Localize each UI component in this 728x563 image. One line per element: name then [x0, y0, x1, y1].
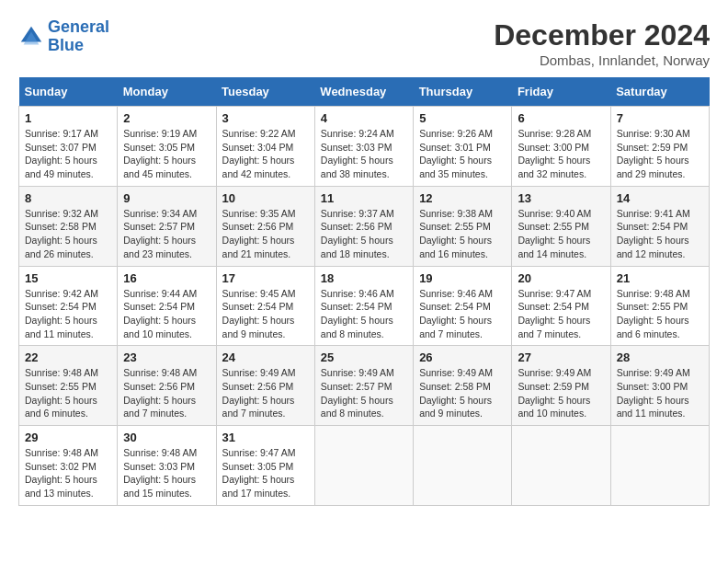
main-title: December 2024 — [494, 18, 710, 52]
day-header-sunday: Sunday — [19, 77, 118, 107]
calendar-cell — [314, 426, 413, 506]
day-number: 22 — [25, 350, 111, 364]
day-number: 15 — [25, 271, 111, 285]
day-info: Sunrise: 9:37 AMSunset: 2:56 PMDaylight:… — [321, 207, 407, 261]
calendar-cell — [414, 426, 512, 506]
calendar-cell — [610, 426, 709, 506]
day-info: Sunrise: 9:22 AMSunset: 3:04 PMDaylight:… — [222, 127, 309, 181]
day-header-tuesday: Tuesday — [216, 77, 314, 107]
calendar-cell: 13 Sunrise: 9:40 AMSunset: 2:55 PMDaylig… — [512, 186, 610, 266]
calendar-cell: 4 Sunrise: 9:24 AMSunset: 3:03 PMDayligh… — [314, 107, 413, 187]
day-info: Sunrise: 9:41 AMSunset: 2:54 PMDaylight:… — [617, 207, 703, 261]
header: General Blue December 2024 Dombas, Innla… — [18, 18, 710, 68]
logo-icon — [18, 24, 44, 50]
calendar-cell: 8 Sunrise: 9:32 AMSunset: 2:58 PMDayligh… — [19, 186, 118, 266]
logo: General Blue — [18, 18, 109, 55]
calendar-cell: 14 Sunrise: 9:41 AMSunset: 2:54 PMDaylig… — [610, 186, 709, 266]
day-info: Sunrise: 9:48 AMSunset: 3:02 PMDaylight:… — [25, 446, 111, 500]
day-number: 10 — [222, 191, 309, 205]
day-header-monday: Monday — [118, 77, 216, 107]
day-number: 7 — [617, 111, 703, 125]
day-number: 30 — [123, 431, 210, 444]
day-info: Sunrise: 9:42 AMSunset: 2:54 PMDaylight:… — [25, 287, 111, 341]
day-number: 6 — [518, 111, 604, 125]
calendar-cell: 17 Sunrise: 9:45 AMSunset: 2:54 PMDaylig… — [216, 266, 314, 346]
day-info: Sunrise: 9:32 AMSunset: 2:58 PMDaylight:… — [25, 207, 111, 261]
calendar-cell: 5 Sunrise: 9:26 AMSunset: 3:01 PMDayligh… — [414, 107, 512, 187]
calendar-cell — [512, 426, 610, 506]
day-number: 27 — [518, 350, 604, 364]
day-info: Sunrise: 9:48 AMSunset: 2:55 PMDaylight:… — [25, 366, 111, 420]
calendar-cell: 10 Sunrise: 9:35 AMSunset: 2:56 PMDaylig… — [216, 186, 314, 266]
day-number: 21 — [617, 271, 703, 285]
day-number: 19 — [419, 271, 506, 285]
day-number: 29 — [25, 431, 111, 444]
day-header-wednesday: Wednesday — [314, 77, 413, 107]
title-section: December 2024 Dombas, Innlandet, Norway — [494, 18, 710, 68]
calendar-week-row: 22 Sunrise: 9:48 AMSunset: 2:55 PMDaylig… — [19, 346, 710, 426]
calendar-cell: 12 Sunrise: 9:38 AMSunset: 2:55 PMDaylig… — [414, 186, 512, 266]
calendar-cell: 18 Sunrise: 9:46 AMSunset: 2:54 PMDaylig… — [314, 266, 413, 346]
day-number: 1 — [25, 111, 111, 125]
day-info: Sunrise: 9:17 AMSunset: 3:07 PMDaylight:… — [25, 127, 111, 181]
day-info: Sunrise: 9:38 AMSunset: 2:55 PMDaylight:… — [419, 207, 506, 261]
calendar-cell: 25 Sunrise: 9:49 AMSunset: 2:57 PMDaylig… — [314, 346, 413, 426]
calendar-week-row: 8 Sunrise: 9:32 AMSunset: 2:58 PMDayligh… — [19, 186, 710, 266]
day-info: Sunrise: 9:35 AMSunset: 2:56 PMDaylight:… — [222, 207, 309, 261]
calendar-cell: 26 Sunrise: 9:49 AMSunset: 2:58 PMDaylig… — [414, 346, 512, 426]
day-number: 3 — [222, 111, 309, 125]
day-number: 20 — [518, 271, 604, 285]
calendar-cell: 31 Sunrise: 9:47 AMSunset: 3:05 PMDaylig… — [216, 426, 314, 506]
calendar-week-row: 29 Sunrise: 9:48 AMSunset: 3:02 PMDaylig… — [19, 426, 710, 506]
day-number: 11 — [321, 191, 407, 205]
logo-text: General Blue — [48, 18, 109, 55]
calendar-cell: 29 Sunrise: 9:48 AMSunset: 3:02 PMDaylig… — [19, 426, 118, 506]
day-number: 8 — [25, 191, 111, 205]
day-info: Sunrise: 9:47 AMSunset: 2:54 PMDaylight:… — [518, 287, 604, 341]
day-info: Sunrise: 9:48 AMSunset: 3:03 PMDaylight:… — [123, 446, 210, 500]
day-info: Sunrise: 9:48 AMSunset: 2:55 PMDaylight:… — [617, 287, 703, 341]
day-info: Sunrise: 9:45 AMSunset: 2:54 PMDaylight:… — [222, 287, 309, 341]
calendar-cell: 7 Sunrise: 9:30 AMSunset: 2:59 PMDayligh… — [610, 107, 709, 187]
day-number: 13 — [518, 191, 604, 205]
day-info: Sunrise: 9:49 AMSunset: 2:58 PMDaylight:… — [419, 366, 506, 420]
day-number: 25 — [321, 350, 407, 364]
day-info: Sunrise: 9:49 AMSunset: 2:56 PMDaylight:… — [222, 366, 309, 420]
day-info: Sunrise: 9:49 AMSunset: 3:00 PMDaylight:… — [617, 366, 703, 420]
day-info: Sunrise: 9:49 AMSunset: 2:59 PMDaylight:… — [518, 366, 604, 420]
day-number: 12 — [419, 191, 506, 205]
day-info: Sunrise: 9:24 AMSunset: 3:03 PMDaylight:… — [321, 127, 407, 181]
calendar-cell: 6 Sunrise: 9:28 AMSunset: 3:00 PMDayligh… — [512, 107, 610, 187]
day-info: Sunrise: 9:26 AMSunset: 3:01 PMDaylight:… — [419, 127, 506, 181]
calendar-table: SundayMondayTuesdayWednesdayThursdayFrid… — [18, 77, 710, 506]
calendar-cell: 27 Sunrise: 9:49 AMSunset: 2:59 PMDaylig… — [512, 346, 610, 426]
calendar-cell: 28 Sunrise: 9:49 AMSunset: 3:00 PMDaylig… — [610, 346, 709, 426]
day-header-friday: Friday — [512, 77, 610, 107]
day-header-saturday: Saturday — [610, 77, 709, 107]
day-number: 26 — [419, 350, 506, 364]
day-info: Sunrise: 9:19 AMSunset: 3:05 PMDaylight:… — [123, 127, 210, 181]
calendar-cell: 19 Sunrise: 9:46 AMSunset: 2:54 PMDaylig… — [414, 266, 512, 346]
calendar-cell: 16 Sunrise: 9:44 AMSunset: 2:54 PMDaylig… — [118, 266, 216, 346]
day-info: Sunrise: 9:47 AMSunset: 3:05 PMDaylight:… — [222, 446, 309, 500]
calendar-week-row: 1 Sunrise: 9:17 AMSunset: 3:07 PMDayligh… — [19, 107, 710, 187]
day-number: 2 — [123, 111, 210, 125]
day-info: Sunrise: 9:46 AMSunset: 2:54 PMDaylight:… — [321, 287, 407, 341]
subtitle: Dombas, Innlandet, Norway — [494, 52, 710, 68]
calendar-cell: 24 Sunrise: 9:49 AMSunset: 2:56 PMDaylig… — [216, 346, 314, 426]
day-info: Sunrise: 9:34 AMSunset: 2:57 PMDaylight:… — [123, 207, 210, 261]
calendar-cell: 20 Sunrise: 9:47 AMSunset: 2:54 PMDaylig… — [512, 266, 610, 346]
calendar-header-row: SundayMondayTuesdayWednesdayThursdayFrid… — [19, 77, 710, 107]
calendar-cell: 2 Sunrise: 9:19 AMSunset: 3:05 PMDayligh… — [118, 107, 216, 187]
calendar-cell: 3 Sunrise: 9:22 AMSunset: 3:04 PMDayligh… — [216, 107, 314, 187]
day-info: Sunrise: 9:40 AMSunset: 2:55 PMDaylight:… — [518, 207, 604, 261]
day-info: Sunrise: 9:28 AMSunset: 3:00 PMDaylight:… — [518, 127, 604, 181]
day-number: 14 — [617, 191, 703, 205]
day-number: 28 — [617, 350, 703, 364]
day-header-thursday: Thursday — [414, 77, 512, 107]
calendar-cell: 30 Sunrise: 9:48 AMSunset: 3:03 PMDaylig… — [118, 426, 216, 506]
day-info: Sunrise: 9:46 AMSunset: 2:54 PMDaylight:… — [419, 287, 506, 341]
day-number: 18 — [321, 271, 407, 285]
calendar-cell: 9 Sunrise: 9:34 AMSunset: 2:57 PMDayligh… — [118, 186, 216, 266]
day-info: Sunrise: 9:48 AMSunset: 2:56 PMDaylight:… — [123, 366, 210, 420]
